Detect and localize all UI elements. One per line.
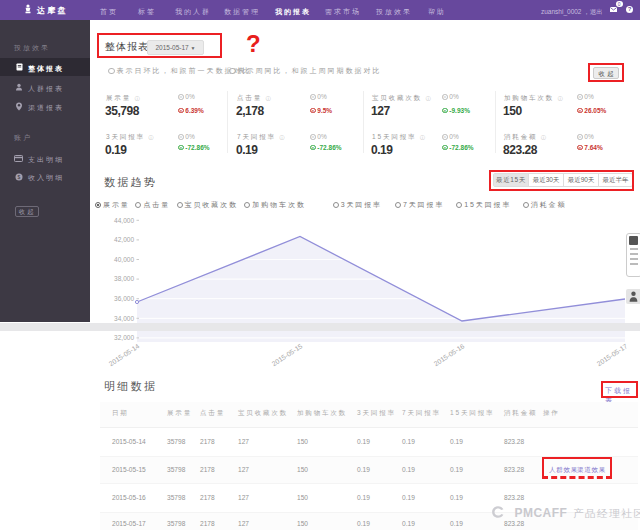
svg-text:$: $ — [18, 174, 21, 180]
svg-text:36,000: 36,000 — [114, 295, 134, 302]
svg-text:2015-05-17: 2015-05-17 — [596, 342, 629, 367]
svg-text:40,000: 40,000 — [114, 256, 134, 263]
svg-text:42,000: 42,000 — [114, 236, 134, 243]
svg-text:2015-05-16: 2015-05-16 — [433, 342, 466, 367]
svg-text:32,000: 32,000 — [114, 334, 134, 341]
svg-text:38,000: 38,000 — [114, 275, 134, 282]
svg-text:34,000: 34,000 — [114, 315, 134, 322]
svg-text:2015-05-15: 2015-05-15 — [271, 342, 304, 367]
svg-text:2015-05-14: 2015-05-14 — [108, 342, 141, 367]
svg-text:44,000: 44,000 — [114, 217, 134, 224]
